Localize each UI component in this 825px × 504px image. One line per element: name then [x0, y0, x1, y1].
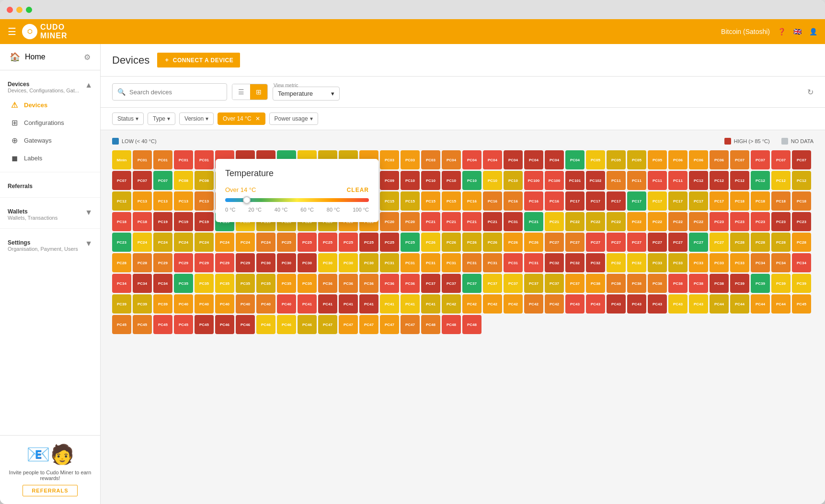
- device-tile[interactable]: PC23: [710, 212, 729, 231]
- device-tile[interactable]: PC04: [504, 150, 523, 169]
- device-tile[interactable]: PC46: [298, 315, 317, 334]
- device-tile[interactable]: PC22: [689, 212, 708, 231]
- sidebar-item-labels[interactable]: ◼ Labels: [0, 149, 100, 167]
- device-tile[interactable]: PC44: [710, 294, 729, 314]
- device-tile[interactable]: PC24: [236, 233, 255, 252]
- device-tile[interactable]: PC10: [442, 171, 461, 190]
- device-tile[interactable]: PC40: [236, 294, 255, 314]
- device-tile[interactable]: PC27: [627, 233, 646, 252]
- device-tile[interactable]: PC102: [586, 171, 605, 190]
- device-tile[interactable]: PC35: [256, 274, 275, 293]
- device-tile[interactable]: Minin: [112, 150, 131, 169]
- device-tile[interactable]: PC42: [462, 294, 481, 314]
- device-tile[interactable]: PC19: [174, 212, 193, 231]
- device-tile[interactable]: PC04: [545, 150, 564, 169]
- device-tile[interactable]: PC43: [668, 294, 688, 314]
- device-tile[interactable]: PC27: [607, 233, 626, 252]
- device-tile[interactable]: PC06: [710, 150, 729, 169]
- device-tile[interactable]: PC15: [401, 191, 420, 211]
- device-tile[interactable]: PC36: [380, 274, 399, 293]
- device-tile[interactable]: PC10: [401, 171, 420, 190]
- device-tile[interactable]: PC31: [504, 253, 523, 272]
- device-tile[interactable]: PC21: [421, 212, 440, 231]
- device-tile[interactable]: PC42: [442, 294, 461, 314]
- device-tile[interactable]: PC08: [174, 171, 193, 190]
- device-tile[interactable]: PC41: [318, 294, 337, 314]
- device-tile[interactable]: PC12: [751, 171, 770, 190]
- device-tile[interactable]: PC05: [648, 150, 667, 169]
- device-tile[interactable]: PC34: [792, 253, 811, 272]
- device-tile[interactable]: PC17: [586, 191, 605, 211]
- device-tile[interactable]: PC38: [607, 274, 626, 293]
- device-tile[interactable]: PC26: [462, 233, 481, 252]
- device-tile[interactable]: PC31: [421, 253, 440, 272]
- device-tile[interactable]: PC12: [730, 171, 749, 190]
- device-tile[interactable]: PC48: [421, 315, 440, 334]
- device-tile[interactable]: PC13: [153, 191, 172, 211]
- device-tile[interactable]: PC34: [153, 274, 172, 293]
- device-tile[interactable]: PC08: [195, 171, 214, 190]
- device-tile[interactable]: PC39: [730, 274, 749, 293]
- device-tile[interactable]: PC27: [689, 233, 708, 252]
- device-tile[interactable]: PC31: [442, 253, 461, 272]
- device-tile[interactable]: PC15: [442, 191, 461, 211]
- device-tile[interactable]: PC01: [195, 150, 214, 169]
- device-tile[interactable]: PC07: [771, 150, 791, 169]
- device-tile[interactable]: PC40: [256, 294, 275, 314]
- device-tile[interactable]: PC100: [545, 171, 564, 190]
- device-tile[interactable]: PC31: [524, 253, 543, 272]
- device-tile[interactable]: PC17: [565, 191, 584, 211]
- device-tile[interactable]: PC39: [153, 294, 172, 314]
- device-tile[interactable]: PC11: [627, 171, 646, 190]
- device-tile[interactable]: PC07: [730, 150, 749, 169]
- device-tile[interactable]: PC34: [771, 253, 791, 272]
- device-tile[interactable]: PC28: [771, 233, 791, 252]
- device-tile[interactable]: PC11: [607, 171, 626, 190]
- language-flag[interactable]: 🇬🇧: [793, 28, 802, 35]
- device-tile[interactable]: PC40: [277, 294, 296, 314]
- device-tile[interactable]: PC23: [771, 212, 791, 231]
- device-tile[interactable]: PC41: [298, 294, 317, 314]
- metric-select[interactable]: Temperature ▾: [273, 87, 340, 101]
- device-tile[interactable]: PC06: [689, 150, 708, 169]
- device-tile[interactable]: PC25: [277, 233, 296, 252]
- device-tile[interactable]: PC32: [627, 253, 646, 272]
- maximize-button[interactable]: [26, 7, 32, 13]
- device-tile[interactable]: PC03: [421, 150, 440, 169]
- device-tile[interactable]: PC23: [112, 233, 131, 252]
- device-tile[interactable]: PC100: [524, 171, 543, 190]
- device-tile[interactable]: PC15: [421, 191, 440, 211]
- device-tile[interactable]: PC45: [195, 315, 214, 334]
- device-tile[interactable]: PC07: [153, 171, 172, 190]
- device-tile[interactable]: PC45: [792, 294, 811, 314]
- device-tile[interactable]: PC05: [586, 150, 605, 169]
- device-tile[interactable]: PC27: [565, 233, 584, 252]
- device-tile[interactable]: PC47: [318, 315, 337, 334]
- device-tile[interactable]: PC04: [483, 150, 502, 169]
- device-tile[interactable]: PC40: [174, 294, 193, 314]
- device-tile[interactable]: PC29: [153, 253, 172, 272]
- device-tile[interactable]: PC11: [668, 171, 688, 190]
- device-tile[interactable]: PC33: [710, 253, 729, 272]
- device-tile[interactable]: PC35: [298, 274, 317, 293]
- device-tile[interactable]: PC04: [524, 150, 543, 169]
- device-tile[interactable]: PC25: [318, 233, 337, 252]
- device-tile[interactable]: PC03: [401, 150, 420, 169]
- device-tile[interactable]: PC32: [586, 253, 605, 272]
- type-filter[interactable]: Type ▾: [148, 112, 175, 125]
- device-tile[interactable]: PC43: [648, 294, 667, 314]
- device-tile[interactable]: PC07: [751, 150, 770, 169]
- device-tile[interactable]: PC37: [524, 274, 543, 293]
- device-tile[interactable]: PC45: [133, 315, 152, 334]
- device-tile[interactable]: PC25: [380, 233, 399, 252]
- device-tile[interactable]: PC26: [483, 233, 502, 252]
- version-filter[interactable]: Version ▾: [179, 112, 214, 125]
- device-tile[interactable]: PC16: [545, 191, 564, 211]
- device-tile[interactable]: PC39: [751, 274, 770, 293]
- device-tile[interactable]: PC32: [607, 253, 626, 272]
- help-icon[interactable]: ❓: [778, 28, 786, 35]
- device-tile[interactable]: PC25: [298, 233, 317, 252]
- device-tile[interactable]: PC32: [565, 253, 584, 272]
- device-tile[interactable]: PC16: [462, 191, 481, 211]
- device-tile[interactable]: PC19: [153, 212, 172, 231]
